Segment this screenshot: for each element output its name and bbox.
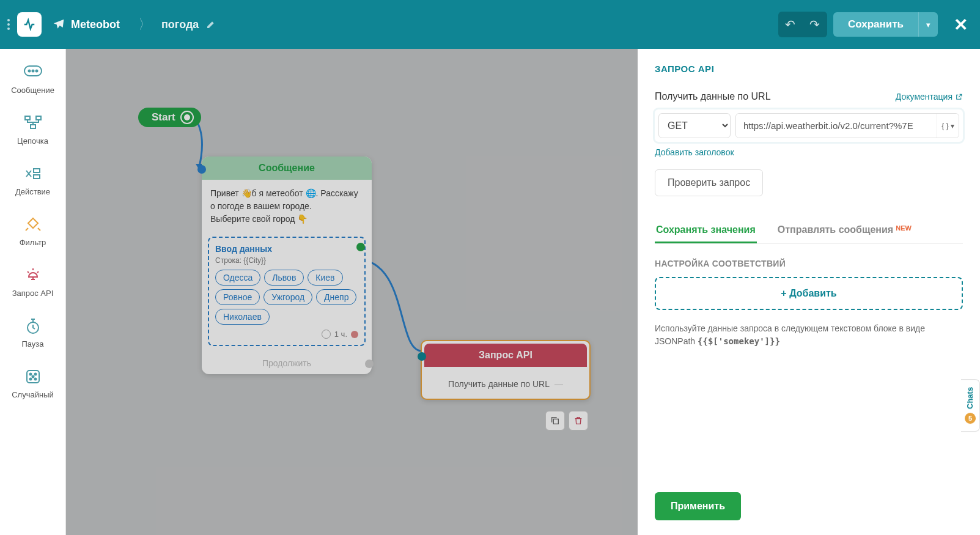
sidebar-item-filter[interactable]: Фильтр bbox=[2, 207, 63, 254]
start-node[interactable]: Start bbox=[138, 108, 201, 127]
tab-save-values[interactable]: Сохранять значения bbox=[655, 218, 757, 243]
svg-point-15 bbox=[34, 378, 36, 380]
menu-dots-icon[interactable] bbox=[7, 19, 12, 30]
add-mapping-button[interactable]: + Добавить bbox=[655, 277, 963, 310]
sidebar-item-label: Фильтр bbox=[20, 238, 46, 247]
message-node[interactable]: Сообщение Привет 👋б я метеобот 🌐. Расска… bbox=[202, 157, 372, 374]
sidebar-item-pause[interactable]: Пауза bbox=[2, 309, 63, 356]
chip[interactable]: Львов bbox=[264, 270, 304, 286]
doc-link-text: Документация bbox=[896, 92, 952, 101]
close-icon[interactable]: ✕ bbox=[954, 15, 968, 35]
sidebar-item-label: Пауза bbox=[21, 339, 43, 349]
api-body-text: Получить данные по URL bbox=[448, 379, 550, 389]
chip-list: Одесса Львов Киев Ровное Ужгород Днепр Н… bbox=[215, 270, 358, 325]
timer-port[interactable] bbox=[351, 331, 358, 338]
chip[interactable]: Киев bbox=[308, 270, 342, 286]
api-node-title: Запрос API bbox=[479, 350, 532, 360]
input-variable: Строка: {{City}} bbox=[215, 256, 358, 265]
node-in-port[interactable] bbox=[197, 165, 206, 174]
chain-icon bbox=[23, 113, 43, 133]
input-title: Ввод данных bbox=[215, 244, 358, 254]
svg-rect-5 bbox=[36, 116, 41, 120]
svg-point-2 bbox=[32, 70, 34, 72]
add-header-link[interactable]: Добавить заголовок bbox=[655, 147, 734, 157]
api-icon bbox=[23, 265, 43, 285]
message-node-title: Сообщение bbox=[259, 163, 315, 173]
svg-point-13 bbox=[32, 376, 34, 378]
url-input[interactable] bbox=[736, 114, 937, 138]
chip[interactable]: Одесса bbox=[215, 270, 260, 286]
save-group: Сохранить ▾ bbox=[833, 12, 938, 37]
chip[interactable]: Ужгород bbox=[263, 289, 312, 305]
hint-text: Используйте данные запроса в следующем т… bbox=[655, 323, 925, 346]
undo-redo-group: ↶ ↷ bbox=[778, 12, 827, 37]
save-button[interactable]: Сохранить bbox=[833, 12, 918, 37]
copy-node-button[interactable] bbox=[545, 411, 565, 430]
continue-port[interactable] bbox=[365, 360, 374, 368]
app-logo[interactable] bbox=[17, 12, 42, 37]
svg-point-14 bbox=[29, 378, 31, 380]
flow-canvas[interactable]: Start Сообщение Привет 👋б я метеобот 🌐. … bbox=[66, 49, 638, 535]
breadcrumb-separator: 〉 bbox=[138, 15, 152, 34]
chats-tab[interactable]: 5 Chats bbox=[961, 379, 980, 432]
input-out-port[interactable] bbox=[356, 243, 365, 251]
chats-count: 5 bbox=[965, 413, 976, 424]
svg-rect-7 bbox=[34, 169, 40, 172]
documentation-link[interactable]: Документация bbox=[896, 92, 963, 101]
pause-icon bbox=[23, 316, 43, 336]
timer-row: 1 ч. bbox=[215, 330, 358, 339]
sidebar-item-message[interactable]: Сообщение bbox=[2, 55, 63, 102]
external-link-icon bbox=[955, 93, 963, 101]
svg-rect-17 bbox=[553, 419, 558, 424]
api-node-body: Получить данные по URL— bbox=[422, 369, 589, 399]
delete-node-button[interactable] bbox=[569, 411, 588, 430]
panel-title: ЗАПРОС API bbox=[655, 64, 963, 74]
sidebar-item-chain[interactable]: Цепочка bbox=[2, 106, 63, 153]
svg-point-1 bbox=[28, 70, 30, 72]
edit-icon[interactable] bbox=[206, 20, 216, 29]
svg-rect-6 bbox=[31, 125, 35, 128]
sidebar-item-label: Действие bbox=[15, 187, 50, 196]
http-method-select[interactable]: GET bbox=[658, 113, 731, 138]
test-request-button[interactable]: Проверить запрос bbox=[655, 169, 763, 196]
svg-point-3 bbox=[35, 70, 37, 72]
redo-button[interactable]: ↷ bbox=[803, 12, 827, 37]
filter-icon bbox=[23, 215, 43, 234]
chip[interactable]: Днепр bbox=[316, 289, 356, 305]
continue-row[interactable]: Продолжить bbox=[202, 352, 372, 374]
message-text: Привет 👋б я метеобот 🌐. Расскажу о погод… bbox=[202, 180, 372, 233]
panel-tabs: Сохранять значения Отправлять сообщенияN… bbox=[655, 218, 963, 244]
breadcrumb-flow[interactable]: погода bbox=[161, 18, 199, 31]
clock-icon bbox=[322, 330, 331, 339]
sidebar-item-label: Запрос API bbox=[12, 289, 54, 298]
apply-button[interactable]: Применить bbox=[655, 492, 741, 520]
start-out-port[interactable] bbox=[182, 112, 193, 123]
continue-label: Продолжить bbox=[262, 358, 311, 368]
jsonpath-hint: Используйте данные запроса в следующем т… bbox=[655, 322, 963, 348]
hint-code: {{$['somekey']}} bbox=[698, 336, 780, 346]
save-dropdown[interactable]: ▾ bbox=[918, 12, 938, 37]
tab-label: Отправлять сообщения bbox=[778, 224, 893, 235]
chats-label: Chats bbox=[966, 387, 975, 409]
sidebar-item-action[interactable]: Действие bbox=[2, 157, 63, 204]
chip[interactable]: Ровное bbox=[215, 289, 260, 305]
variables-button[interactable]: { } ▾ bbox=[937, 114, 959, 138]
random-icon bbox=[23, 367, 43, 386]
telegram-icon bbox=[53, 18, 65, 31]
svg-point-12 bbox=[34, 374, 36, 375]
bot-name[interactable]: Meteobot bbox=[71, 18, 120, 31]
chip[interactable]: Николаев bbox=[215, 309, 270, 325]
start-label: Start bbox=[152, 111, 175, 124]
sidebar-item-label: Случайный bbox=[12, 390, 54, 399]
tab-send-messages[interactable]: Отправлять сообщенияNEW bbox=[776, 218, 913, 243]
sidebar-item-random[interactable]: Случайный bbox=[2, 360, 63, 407]
api-node[interactable]: Запрос API Получить данные по URL— bbox=[421, 340, 591, 400]
action-icon bbox=[23, 164, 43, 183]
node-in-port[interactable] bbox=[418, 352, 426, 361]
sidebar-item-label: Цепочка bbox=[17, 136, 48, 146]
timer-value: 1 ч. bbox=[334, 330, 347, 339]
sidebar-item-api[interactable]: Запрос API bbox=[2, 258, 63, 305]
url-row: GET { } ▾ bbox=[655, 109, 963, 142]
input-block[interactable]: Ввод данных Строка: {{City}} Одесса Льво… bbox=[208, 237, 366, 346]
undo-button[interactable]: ↶ bbox=[778, 12, 803, 37]
